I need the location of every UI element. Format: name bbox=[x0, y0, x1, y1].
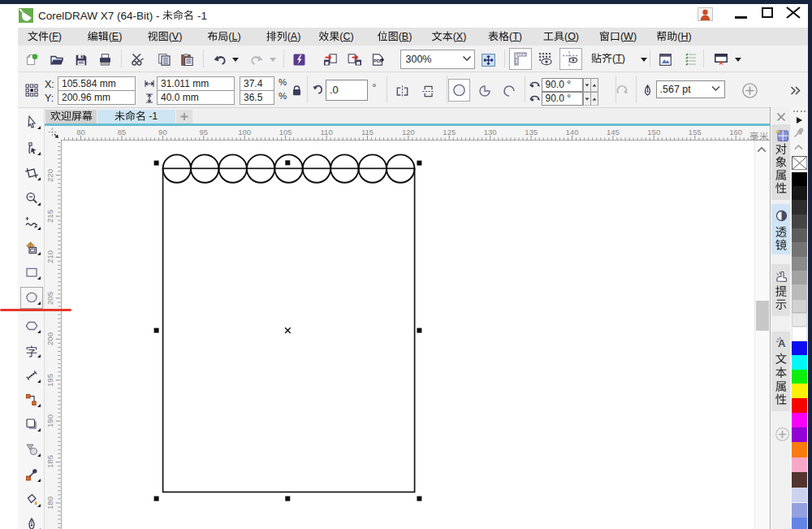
svg-text:A: A bbox=[778, 337, 786, 349]
